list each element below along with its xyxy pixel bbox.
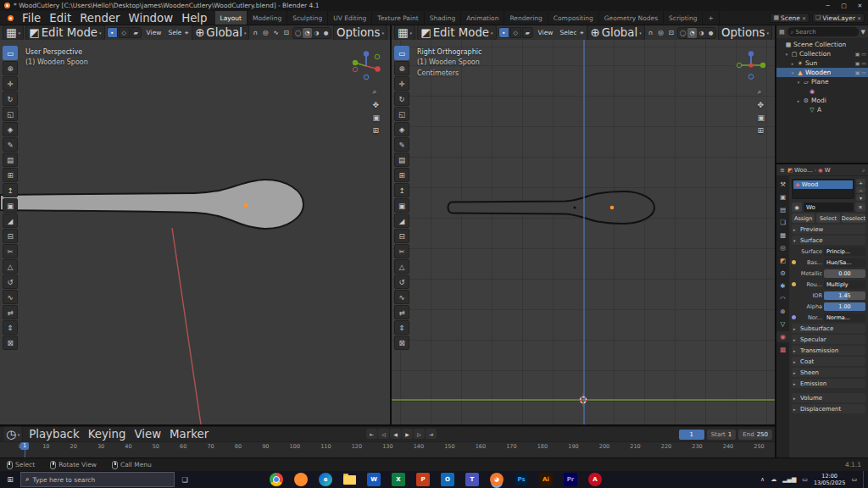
tool-button[interactable]: ⊟ xyxy=(394,229,409,243)
workspace-tab[interactable]: Geometry Nodes xyxy=(599,11,664,25)
preview-panel-header[interactable]: ▸ Preview xyxy=(792,225,865,234)
tool-button[interactable]: ◱ xyxy=(394,107,409,121)
snap-magnet-toggle[interactable]: ∩ xyxy=(251,28,259,37)
notification-icon[interactable]: ▭ xyxy=(851,476,857,483)
mode-dropdown[interactable]: ◩ Edit Mode ▾ xyxy=(25,25,104,40)
taskbar-app-icon[interactable]: e xyxy=(319,473,332,486)
taskbar-app-icon[interactable] xyxy=(270,473,283,486)
transform-orientation-dropdown[interactable]: ⊕ Global ▾ xyxy=(192,25,249,40)
collapsed-panel-header[interactable]: Displacement xyxy=(792,404,865,413)
show-desktop-button[interactable] xyxy=(863,471,865,488)
render-visibility-icon[interactable] xyxy=(855,60,860,66)
search-input[interactable] xyxy=(32,476,170,484)
properties-tab[interactable]: ◠ xyxy=(776,293,789,304)
tool-button[interactable]: ✂ xyxy=(394,244,409,258)
viewport-canvas[interactable]: ▭⊕✛↻◱◈✎▤⊞↥▣◢⊟✂△↺∿⇄⇕⊠ User Perspective (1… xyxy=(0,40,390,424)
view-layer-unlink-icon[interactable]: ✕ xyxy=(857,15,861,21)
outliner-row[interactable]: ▾ ▢ Collection xyxy=(776,49,868,58)
material-slot[interactable]: ◉ Wood xyxy=(793,180,853,189)
properties-tab[interactable]: ▦ xyxy=(776,230,789,241)
navigation-gizmo[interactable] xyxy=(734,48,768,82)
outliner-row[interactable]: ▾ ▲ Wooden xyxy=(776,68,868,77)
proportional-edit-toggle[interactable]: ◎ xyxy=(261,28,270,37)
tool-button[interactable]: ✎ xyxy=(394,137,409,152)
viewport-visibility-icon[interactable] xyxy=(861,60,866,66)
tool-button[interactable]: ▣ xyxy=(394,198,409,213)
tool-button[interactable]: ⊠ xyxy=(3,336,18,350)
material-shading-button[interactable]: ◑ xyxy=(697,28,706,38)
material-slot-list[interactable]: ◉ Wood xyxy=(792,179,854,199)
tray-expand-icon[interactable]: ∧ xyxy=(760,476,765,483)
viewport-nav-button[interactable]: ▣ xyxy=(372,114,380,122)
tool-button[interactable]: ↻ xyxy=(394,92,409,106)
tool-button[interactable]: ⊞ xyxy=(394,168,409,182)
taskbar-app-icon[interactable]: Ps xyxy=(515,473,528,486)
workspace-tab[interactable]: Rendering xyxy=(504,11,548,25)
proportional-edit-toggle[interactable]: ◎ xyxy=(656,28,665,37)
transport-button[interactable]: ⇥ xyxy=(426,429,437,439)
start-button[interactable]: ⊞ xyxy=(0,471,20,488)
viewport-menu-item[interactable]: Select xyxy=(164,28,181,37)
viewport-nav-button[interactable]: ⊞ xyxy=(757,126,765,135)
outliner-editor-type-button[interactable]: ▤ xyxy=(778,29,786,36)
vertex-select-button[interactable]: ∙ xyxy=(498,27,509,38)
transform-orientation-dropdown[interactable]: ⊕ Global ▾ xyxy=(587,25,644,40)
viewport-canvas[interactable]: ▭⊕✛↻◱◈✎▤⊞↥▣◢⊟✂△↺∿⇄⇕⊠ Right Orthographic … xyxy=(392,40,775,424)
disclosure-icon[interactable]: ▾ xyxy=(790,70,795,75)
view-layer-selector[interactable]: ❏ ViewLayer ✕ xyxy=(812,13,865,23)
editor-type-button[interactable]: ▦ ▾ xyxy=(394,25,415,40)
timeline-ruler[interactable]: 0102030405060708090100110120130140150160… xyxy=(0,441,775,458)
frame-start-field[interactable]: Start 1 xyxy=(707,430,737,440)
property-value[interactable]: 1.00 xyxy=(824,302,865,311)
maximize-button[interactable]: ▢ xyxy=(836,0,852,11)
viewport-menu-item[interactable]: Select xyxy=(556,28,576,37)
tool-button[interactable]: ⇕ xyxy=(394,320,409,335)
edge-select-button[interactable]: ◇ xyxy=(510,27,521,38)
tool-button[interactable]: ▤ xyxy=(394,152,409,167)
face-select-button[interactable]: ▰ xyxy=(131,27,142,38)
disclosure-icon[interactable]: ▸ xyxy=(790,61,795,66)
task-view-button[interactable]: ❏ xyxy=(175,471,195,488)
tool-button[interactable]: ⇄ xyxy=(394,305,409,319)
disclosure-icon[interactable]: ▾ xyxy=(784,52,789,57)
render-visibility-icon[interactable] xyxy=(855,51,860,57)
tool-button[interactable]: ⇄ xyxy=(3,305,18,319)
tool-button[interactable]: ▭ xyxy=(394,46,409,60)
outliner-row[interactable]: ◉ xyxy=(776,86,868,96)
tool-button[interactable]: ◈ xyxy=(394,122,409,136)
outliner-row[interactable]: ▾ ▱ Plane xyxy=(776,77,868,86)
workspace-tab[interactable]: Texture Paint xyxy=(372,11,424,25)
scene-unlink-icon[interactable]: ✕ xyxy=(802,15,806,21)
viewport-nav-button[interactable]: ✥ xyxy=(372,101,380,109)
tool-button[interactable]: ◈ xyxy=(3,122,18,136)
tool-button[interactable]: ∿ xyxy=(394,290,409,304)
blender-menu-button[interactable] xyxy=(3,15,18,21)
xray-toggle[interactable]: ⊡ xyxy=(282,28,291,37)
outliner-row[interactable]: ▦ Scene Collection xyxy=(776,40,868,49)
tool-button[interactable]: ◱ xyxy=(3,107,18,121)
mode-dropdown[interactable]: ◩ Edit Mode ▾ xyxy=(417,25,496,40)
properties-tab[interactable]: ◉ xyxy=(776,331,789,342)
transport-button[interactable]: ◁ xyxy=(378,429,389,439)
tool-button[interactable]: ⊠ xyxy=(394,336,409,350)
tool-button[interactable]: ⊞ xyxy=(3,168,18,182)
snap-magnet-toggle[interactable]: ∩ xyxy=(647,28,655,37)
search-icon[interactable]: ⌕ xyxy=(862,167,865,174)
outliner-row[interactable]: ▸ ⚙ Modi xyxy=(776,96,868,105)
menu-item[interactable]: Help xyxy=(177,11,211,25)
wireframe-shading-button[interactable]: ◯ xyxy=(678,28,687,38)
taskbar-search[interactable]: ⌕ xyxy=(20,472,175,487)
edge-select-button[interactable]: ◇ xyxy=(119,27,130,38)
properties-tab[interactable]: ✱ xyxy=(776,280,789,291)
viewport-menu-item[interactable]: View xyxy=(143,28,165,37)
properties-tab[interactable]: ▩ xyxy=(776,344,789,355)
workspace-tab[interactable]: UV Editing xyxy=(328,11,372,25)
viewport-nav-button[interactable]: ⌕ xyxy=(757,87,765,97)
render-visibility-icon[interactable] xyxy=(855,69,860,75)
properties-tab[interactable]: ▤ xyxy=(776,204,789,215)
taskbar-app-icon[interactable]: X xyxy=(392,473,405,486)
tool-button[interactable]: ⊕ xyxy=(3,61,18,75)
workspace-tab[interactable]: Modeling xyxy=(248,11,287,25)
unlink-material-button[interactable]: ✕ xyxy=(855,202,865,212)
collapsed-panel-header[interactable]: Coat xyxy=(792,357,865,366)
